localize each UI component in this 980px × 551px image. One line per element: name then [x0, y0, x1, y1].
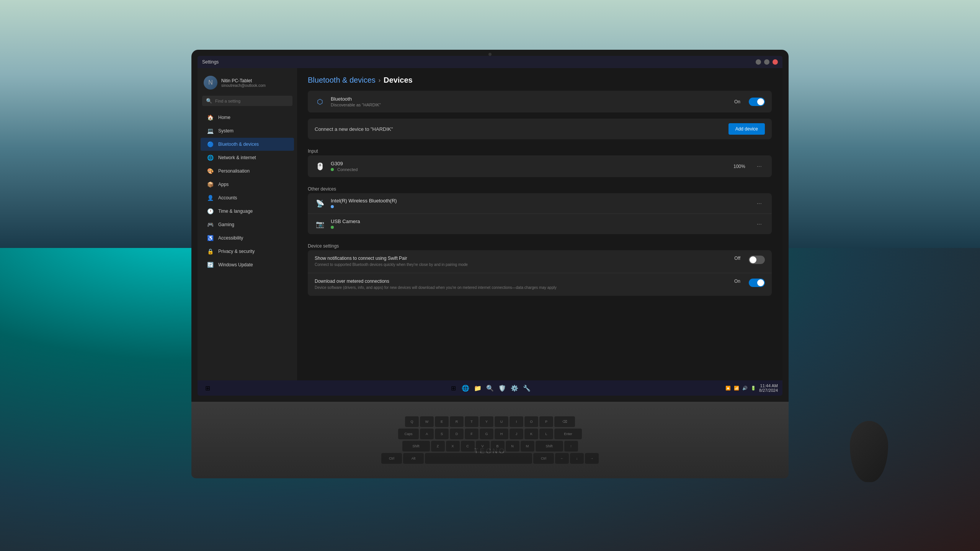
sidebar-item-time[interactable]: 🕐 Time & language	[201, 205, 294, 218]
key-row-4: Ctrl Alt Ctrl ← ↓ →	[381, 453, 599, 464]
other-device-dot-1	[331, 226, 334, 229]
sidebar-item-accounts[interactable]: 👤 Accounts	[201, 191, 294, 204]
breadcrumb: Bluetooth & devices › Devices	[297, 68, 782, 91]
setting-text-1: Download over metered connections Device…	[315, 279, 729, 290]
taskbar-icon-start[interactable]: ⊞	[448, 383, 459, 393]
other-devices-card: 📡 Intel(R) Wireless Bluetooth(R) ··· 📷 U…	[308, 193, 772, 234]
title-bar: Settings	[198, 56, 782, 68]
key-t: T	[465, 416, 479, 427]
key-space	[425, 453, 532, 464]
device-settings-card: Show notifications to connect using Swif…	[308, 250, 772, 296]
app-content: N Nitin PC-Tablet sinoutreach@outlook.co…	[198, 68, 782, 380]
taskbar: ⊞ ⊞ 🌐 📁 🔍 🛡️ ⚙️ 🔧 🔼 📶 🔊 🔋	[198, 380, 782, 396]
key-y: Y	[480, 416, 493, 427]
personalisation-nav-icon: 🎨	[207, 168, 214, 174]
input-section: Input 🖱️ G309 Connected	[308, 145, 772, 177]
sidebar-item-privacy[interactable]: 🔒 Privacy & security	[201, 245, 294, 258]
user-profile: N Nitin PC-Tablet sinoutreach@outlook.co…	[198, 73, 297, 96]
avatar: N	[204, 76, 217, 90]
sidebar-item-system[interactable]: 💻 System	[201, 124, 294, 137]
minimize-button[interactable]	[756, 59, 761, 65]
window-title: Settings	[202, 59, 219, 65]
bluetooth-nav-icon: 🔵	[207, 141, 214, 148]
network-nav-icon: 🌐	[207, 154, 214, 161]
sidebar-item-personalisation[interactable]: 🎨 Personalisation	[201, 165, 294, 178]
key-enter: Enter	[554, 429, 582, 439]
other-devices-label: Other devices	[308, 183, 772, 193]
sidebar-item-network[interactable]: 🌐 Network & internet	[201, 151, 294, 164]
close-button[interactable]	[773, 59, 778, 65]
mouse-icon: 🖱️	[315, 161, 325, 172]
breadcrumb-parent[interactable]: Bluetooth & devices	[308, 76, 376, 85]
sidebar-item-windows_update[interactable]: 🔄 Windows Update	[201, 258, 294, 271]
time-nav-icon: 🕐	[207, 208, 214, 215]
main-panel: Bluetooth & devices › Devices ⬡ Bluetoot…	[297, 68, 782, 380]
other-device-menu-1[interactable]: ···	[754, 219, 765, 229]
sidebar-item-home[interactable]: 🏠 Home	[201, 111, 294, 124]
taskbar-left: ⊞	[202, 383, 213, 393]
search-icon: 🔍	[206, 98, 212, 104]
key-c: C	[461, 441, 475, 452]
key-g: G	[480, 429, 493, 439]
breadcrumb-current: Devices	[384, 76, 413, 85]
network-nav-label: Network & internet	[218, 155, 256, 160]
search-input[interactable]	[215, 99, 289, 103]
sidebar-item-apps[interactable]: 📦 Apps	[201, 178, 294, 191]
other-device-status-0	[331, 204, 748, 209]
other-device-name-0: Intel(R) Wireless Bluetooth(R)	[331, 198, 748, 204]
time-nav-label: Time & language	[218, 209, 253, 214]
bluetooth-title: Bluetooth	[331, 96, 729, 102]
taskbar-icon-app3[interactable]: 🔧	[521, 383, 532, 393]
bluetooth-card: ⬡ Bluetooth Discoverable as "HARDIK" On	[308, 91, 772, 112]
key-h: H	[495, 429, 508, 439]
key-j: J	[510, 429, 523, 439]
key-row-2: Caps A S D F G H J K L Enter	[381, 429, 599, 439]
taskbar-icon-search[interactable]: 🔍	[485, 383, 495, 393]
windows_update-nav-label: Windows Update	[218, 262, 253, 267]
search-box[interactable]: 🔍	[202, 96, 292, 106]
accessibility-nav-icon: ♿	[207, 235, 214, 241]
screen: Settings N Nitin P	[198, 56, 782, 396]
other-devices-section: Other devices 📡 Intel(R) Wireless Blueto…	[308, 183, 772, 234]
maximize-button[interactable]	[764, 59, 769, 65]
time-display: 11:44 AM 8/27/2024	[759, 383, 778, 393]
key-up: ↑	[564, 441, 578, 452]
key-x: X	[446, 441, 460, 452]
key-s: S	[435, 429, 449, 439]
key-shift-l: Shift	[402, 441, 430, 452]
taskbar-icon-app1[interactable]: 🛡️	[497, 383, 508, 393]
connect-text: Connect a new device to "HARDIK"	[315, 126, 393, 132]
add-device-button[interactable]: Add device	[728, 123, 765, 135]
sidebar-item-gaming[interactable]: 🎮 Gaming	[201, 218, 294, 231]
key-z: Z	[431, 441, 445, 452]
sidebar-item-bluetooth[interactable]: 🔵 Bluetooth & devices	[201, 138, 294, 151]
key-r: R	[450, 416, 464, 427]
taskbar-chevron[interactable]: 🔼	[725, 386, 731, 391]
other-device-icon-1: 📷	[315, 219, 325, 230]
bluetooth-toggle[interactable]	[749, 98, 765, 106]
taskbar-icon-edge[interactable]: 🌐	[460, 383, 471, 393]
windows_update-nav-icon: 🔄	[207, 261, 214, 268]
setting-toggle-label-0: Off	[734, 256, 740, 261]
setting-title-1: Download over metered connections	[315, 279, 729, 284]
start-button[interactable]: ⊞	[202, 383, 213, 393]
taskbar-icon-file[interactable]: 📁	[472, 383, 483, 393]
key-m: M	[521, 441, 534, 452]
camera-dot	[488, 53, 492, 56]
g309-menu-button[interactable]: ···	[754, 161, 765, 171]
sidebar-nav: 🏠 Home 💻 System 🔵 Bluetooth & devices 🌐 …	[198, 111, 297, 272]
other-device-text-0: Intel(R) Wireless Bluetooth(R)	[331, 198, 748, 209]
taskbar-icon-app2[interactable]: ⚙️	[509, 383, 520, 393]
g309-name: G309	[331, 161, 728, 166]
setting-toggle-0[interactable]	[749, 256, 765, 264]
wifi-icon: 📶	[734, 386, 739, 391]
key-row-1: Q W E R T Y U I O P ⌫	[381, 416, 599, 427]
sidebar-item-accessibility[interactable]: ♿ Accessibility	[201, 231, 294, 245]
setting-desc-0: Connect to supported Bluetooth devices q…	[315, 262, 729, 267]
other-device-menu-0[interactable]: ···	[754, 199, 765, 209]
setting-toggle-1[interactable]	[749, 279, 765, 287]
panel-body: ⬡ Bluetooth Discoverable as "HARDIK" On	[297, 91, 782, 306]
volume-icon: 🔊	[742, 386, 748, 391]
other-device-dot-0	[331, 205, 334, 208]
home-nav-icon: 🏠	[207, 114, 214, 121]
